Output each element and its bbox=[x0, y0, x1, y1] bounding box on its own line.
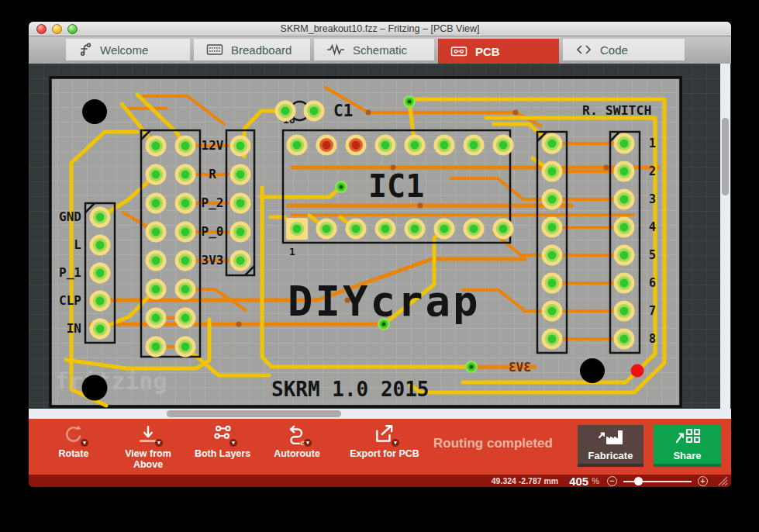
both-layers-dropdown-arrow[interactable]: ▾ bbox=[229, 439, 237, 447]
view-from-above-button[interactable]: ▾ View from Above bbox=[111, 423, 185, 470]
pcb-pad[interactable] bbox=[175, 308, 196, 329]
pcb-pad[interactable] bbox=[304, 101, 325, 122]
pcb-via[interactable] bbox=[465, 361, 478, 373]
vertical-scrollbar[interactable] bbox=[720, 64, 730, 409]
pcb-pad[interactable] bbox=[90, 207, 111, 228]
vertical-scroll-thumb[interactable] bbox=[722, 118, 729, 195]
view-from-above-dropdown-arrow[interactable]: ▾ bbox=[155, 439, 163, 447]
pcb-pad[interactable] bbox=[175, 337, 196, 358]
horizontal-scroll-thumb[interactable] bbox=[167, 410, 341, 417]
zoom-level-value[interactable]: 405 bbox=[569, 475, 588, 488]
title-bar[interactable]: SKRM_breakout10.fzz – Fritzing – [PCB Vi… bbox=[29, 22, 731, 36]
pcb-pad[interactable] bbox=[175, 279, 196, 300]
pcb-pad[interactable] bbox=[146, 337, 167, 358]
horizontal-scrollbar[interactable] bbox=[29, 409, 720, 419]
pcb-pad[interactable] bbox=[434, 219, 455, 240]
pcb-pad[interactable] bbox=[175, 250, 196, 271]
pcb-pad[interactable] bbox=[230, 250, 251, 271]
pcb-pad[interactable] bbox=[375, 219, 396, 240]
autoroute-button[interactable]: ▾ Autoroute bbox=[260, 423, 334, 470]
pcb-pad[interactable] bbox=[493, 135, 514, 156]
pcb-pad[interactable] bbox=[90, 319, 111, 340]
pcb-pad[interactable] bbox=[542, 301, 563, 322]
pcb-pad[interactable] bbox=[146, 279, 167, 300]
pcb-pad[interactable] bbox=[464, 135, 485, 156]
tab-schematic[interactable]: Schematic bbox=[314, 39, 434, 60]
switch-label[interactable]: R. SWITCH bbox=[582, 103, 651, 118]
pcb-pad[interactable] bbox=[175, 136, 196, 157]
pcb-pad[interactable] bbox=[614, 217, 635, 238]
export-for-pcb-button[interactable]: ▾ Export for PCB bbox=[334, 423, 435, 470]
pcb-pad[interactable] bbox=[175, 193, 196, 214]
pcb-pad[interactable] bbox=[230, 222, 251, 243]
minimize-button[interactable] bbox=[52, 24, 62, 34]
pcb-pad[interactable] bbox=[614, 161, 635, 182]
rotate-button[interactable]: ▾ Rotate bbox=[36, 423, 111, 470]
tab-pcb[interactable]: PCB bbox=[438, 39, 559, 64]
pcb-pad[interactable] bbox=[287, 135, 308, 156]
fabricate-button[interactable]: Fabricate bbox=[578, 425, 643, 467]
pcb-pad[interactable] bbox=[346, 219, 367, 240]
pcb-pad[interactable] bbox=[542, 273, 563, 294]
pcb-pad[interactable] bbox=[614, 301, 635, 322]
pcb-pad[interactable] bbox=[542, 329, 563, 350]
export-dropdown-arrow[interactable]: ▾ bbox=[392, 439, 399, 447]
pcb-pad[interactable] bbox=[230, 193, 251, 214]
autoroute-dropdown-arrow[interactable]: ▾ bbox=[304, 439, 312, 447]
rotate-dropdown-arrow[interactable]: ▾ bbox=[81, 439, 88, 447]
both-layers-button[interactable]: ▾ Both Layers bbox=[185, 423, 260, 470]
pcb-pad[interactable] bbox=[146, 193, 167, 214]
zoom-out-button[interactable]: − bbox=[607, 476, 617, 486]
pcb-pad[interactable] bbox=[275, 101, 296, 122]
pcb-pad[interactable] bbox=[542, 245, 563, 266]
pcb-pad[interactable] bbox=[90, 235, 111, 256]
pcb-pad[interactable] bbox=[614, 329, 635, 350]
pcb-pad[interactable] bbox=[614, 245, 635, 266]
pcb-pad[interactable] bbox=[464, 219, 485, 240]
close-button[interactable] bbox=[36, 24, 47, 34]
zoom-slider[interactable] bbox=[623, 476, 692, 486]
pcb-pad[interactable] bbox=[316, 135, 337, 156]
pcb-drawing[interactable]: IC1 C1 16 1 R. SWITCH DIYcrap SKRM 1.0 2… bbox=[29, 64, 720, 409]
ic-label[interactable]: IC1 bbox=[368, 168, 424, 204]
pcb-pad[interactable] bbox=[316, 219, 337, 240]
pcb-via[interactable] bbox=[403, 95, 416, 108]
pcb-pad[interactable] bbox=[405, 219, 426, 240]
pcb-pad[interactable] bbox=[614, 189, 635, 210]
zoom-slider-thumb[interactable] bbox=[634, 477, 643, 485]
pcb-pad[interactable] bbox=[434, 135, 455, 156]
pcb-via[interactable] bbox=[335, 181, 347, 193]
pcb-pad[interactable] bbox=[614, 273, 635, 294]
tab-breadboard[interactable]: Breadboard bbox=[194, 39, 310, 60]
zoom-button[interactable] bbox=[67, 24, 78, 34]
pcb-pad[interactable] bbox=[230, 136, 251, 157]
pcb-pad[interactable] bbox=[146, 308, 167, 329]
pcb-pad[interactable] bbox=[493, 219, 514, 240]
pcb-pad[interactable] bbox=[146, 250, 167, 271]
pcb-via[interactable] bbox=[378, 318, 390, 330]
pcb-pad[interactable] bbox=[146, 222, 167, 243]
pcb-pad[interactable] bbox=[375, 135, 396, 156]
pcb-pad[interactable] bbox=[542, 161, 563, 182]
zoom-in-button[interactable]: + bbox=[698, 476, 708, 486]
pcb-pad[interactable] bbox=[230, 164, 251, 185]
pcb-pad[interactable] bbox=[542, 133, 563, 154]
pcb-pad[interactable] bbox=[146, 164, 167, 185]
pcb-pad[interactable] bbox=[542, 217, 563, 238]
pcb-pad[interactable] bbox=[90, 291, 111, 312]
pcb-pad[interactable] bbox=[287, 219, 308, 240]
pcb-pad[interactable] bbox=[405, 135, 426, 156]
pcb-pad[interactable] bbox=[146, 136, 167, 157]
capacitor-label[interactable]: C1 bbox=[333, 102, 353, 120]
tab-code[interactable]: Code bbox=[563, 39, 685, 60]
pcb-pad[interactable] bbox=[175, 164, 196, 185]
pcb-pad[interactable] bbox=[175, 222, 196, 243]
pcb-pad[interactable] bbox=[346, 135, 367, 156]
resize-grip[interactable] bbox=[716, 475, 728, 486]
pcb-pad[interactable] bbox=[90, 263, 111, 284]
board-version-silk[interactable]: SKRM 1.0 2015 bbox=[271, 378, 430, 401]
pcb-pad[interactable] bbox=[614, 133, 635, 154]
share-button[interactable]: Share bbox=[654, 425, 721, 467]
pcb-pad[interactable] bbox=[542, 189, 563, 210]
pcb-canvas[interactable]: IC1 C1 16 1 R. SWITCH DIYcrap SKRM 1.0 2… bbox=[29, 64, 731, 419]
